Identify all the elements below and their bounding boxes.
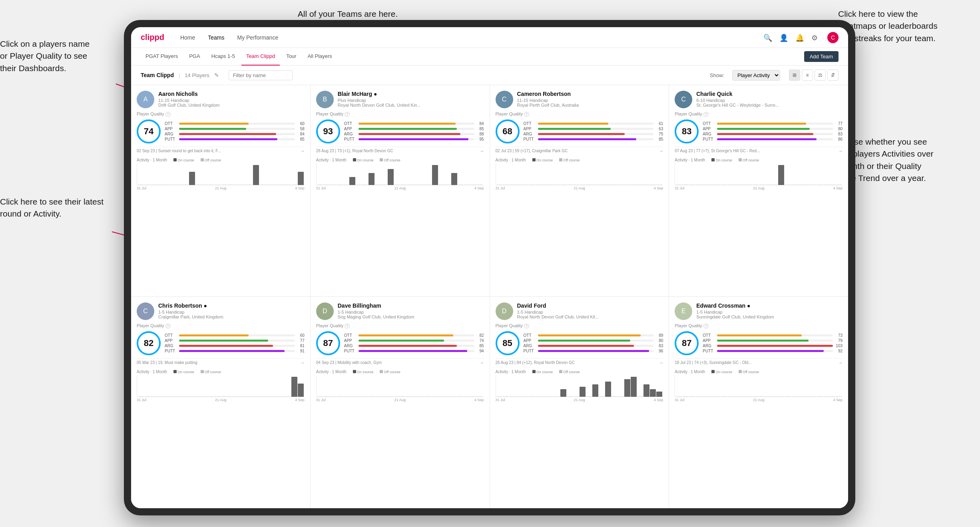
quality-circle[interactable]: 82 <box>137 331 161 355</box>
filter-button[interactable]: ⚖ <box>815 70 826 81</box>
player-card[interactable]: C Cameron Robertson 11-15 Handicap Royal… <box>490 85 669 296</box>
recent-round[interactable]: 02 Sep 23 | Sunset round to get back int… <box>137 147 305 155</box>
player-card[interactable]: D Dave Billingham 1-5 Handicap Sog Magin… <box>311 297 490 508</box>
search-icon[interactable]: 🔍 <box>763 34 771 42</box>
player-name[interactable]: Charlie Quick <box>696 91 843 97</box>
player-name[interactable]: Aaron Nicholls <box>158 91 305 97</box>
recent-round-arrow: → <box>839 149 843 153</box>
stat-arg: ARG 103 <box>703 344 843 348</box>
team-title: Team Clippd <box>141 72 174 78</box>
subnav-pga[interactable]: PGA <box>184 48 205 66</box>
annotation-teams: All of your Teams are here. <box>272 8 424 20</box>
player-name[interactable]: Cameron Robertson <box>517 91 663 97</box>
activity-section: Activity · 1 Month On course Off course … <box>496 370 663 402</box>
recent-round-text: 02 Sep 23 | Sunset round to get back int… <box>137 149 221 153</box>
quality-section: 87 OTT 73 APP 79 ARG 103 PU <box>675 331 843 355</box>
subnav-team-clippd[interactable]: Team Clippd <box>241 48 280 66</box>
subnav-pgat[interactable]: PGAT Players <box>141 48 183 66</box>
activity-label: Activity · 1 Month <box>137 158 167 162</box>
subnav-tour[interactable]: Tour <box>281 48 301 66</box>
player-club: Royal North Devon Golf Club, United Kin.… <box>338 103 484 107</box>
recent-round-text: 18 Jul 23 | 74 (+3), Sunningdale GC - Ol… <box>675 360 751 365</box>
subnav-all-players[interactable]: All Players <box>303 48 337 66</box>
quality-circle[interactable]: 87 <box>316 331 340 355</box>
list-view-button[interactable]: ≡ <box>802 70 813 81</box>
quality-bars: OTT 73 APP 79 ARG 103 PUTT 92 <box>703 333 843 353</box>
stat-app: APP 63 <box>524 127 663 131</box>
nav-teams[interactable]: Teams <box>208 34 224 41</box>
oncourse-legend: On course <box>532 158 553 162</box>
stat-app: APP 77 <box>165 338 305 343</box>
player-name[interactable]: Blair McHarg ● <box>338 91 484 97</box>
quality-circle[interactable]: 74 <box>137 119 161 143</box>
quality-circle[interactable]: 87 <box>675 331 699 355</box>
recent-round[interactable]: 07 Aug 23 | 77 (+7), St George's Hill GC… <box>675 147 843 155</box>
player-club: Sunningdale Golf Club, United Kingdom <box>696 314 843 319</box>
player-card[interactable]: E Edward Crossman ● 1-5 Handicap Sunning… <box>669 297 848 508</box>
player-avatar: C <box>496 91 513 108</box>
player-card[interactable]: C Charlie Quick 6-10 Handicap St. George… <box>669 85 848 296</box>
player-name[interactable]: Chris Robertson ● <box>158 302 305 309</box>
card-header: D Dave Billingham 1-5 Handicap Sog Magin… <box>316 302 484 320</box>
user-icon[interactable]: 👤 <box>779 34 787 42</box>
card-header: D David Ford 1-5 Handicap Royal North De… <box>496 302 663 320</box>
activity-chart <box>316 163 484 185</box>
player-info: Aaron Nicholls 11-15 Handicap Drift Golf… <box>158 91 305 107</box>
player-info: Cameron Robertson 11-15 Handicap Royal P… <box>517 91 663 107</box>
offcourse-legend: Off course <box>201 370 221 374</box>
player-card[interactable]: B Blair McHarg ● Plus Handicap Royal Nor… <box>311 85 490 296</box>
oncourse-legend: On course <box>353 370 374 374</box>
card-header: C Charlie Quick 6-10 Handicap St. George… <box>675 91 843 108</box>
player-name[interactable]: Dave Billingham <box>338 302 484 309</box>
nav-home[interactable]: Home <box>180 34 195 41</box>
quality-circle[interactable]: 68 <box>496 119 520 143</box>
player-name[interactable]: David Ford <box>517 302 663 309</box>
ipad-screen: clippd Home Teams My Performance 🔍 👤 🔔 ⚙… <box>131 27 848 508</box>
recent-round-arrow: → <box>659 149 663 153</box>
quality-circle[interactable]: 85 <box>496 331 520 355</box>
recent-round[interactable]: 02 Jul 23 | 59 (+17), Craigmillar Park G… <box>496 147 663 155</box>
recent-round[interactable]: 04 Sep 23 | Mobility with coach, Gym → <box>316 358 484 366</box>
player-club: Royal North Devon Golf Club, United Kil.… <box>517 314 663 319</box>
quality-circle[interactable]: 83 <box>675 119 699 143</box>
nav-performance[interactable]: My Performance <box>237 34 278 41</box>
recent-round-text: 04 Sep 23 | Mobility with coach, Gym <box>316 360 382 365</box>
quality-section: 93 OTT 84 APP 85 ARG 88 PUT <box>316 119 484 143</box>
player-card[interactable]: A Aaron Nicholls 11-15 Handicap Drift Go… <box>131 85 310 296</box>
chart-dates: 31 Jul 21 Aug 4 Sep <box>496 186 663 190</box>
activity-label: Activity · 1 Month <box>675 158 705 162</box>
player-name[interactable]: Edward Crossman ● <box>696 302 843 309</box>
activity-section: Activity · 1 Month On course Off course … <box>316 158 484 190</box>
stat-putt: PUTT 85 <box>524 137 663 141</box>
quality-section: 68 OTT 61 APP 63 ARG 75 PUT <box>496 119 663 143</box>
search-input[interactable] <box>229 70 293 80</box>
avatar-icon[interactable]: C <box>827 32 839 43</box>
recent-round-text: 07 Aug 23 | 77 (+7), St George's Hill GC… <box>675 149 760 153</box>
recent-round[interactable]: 05 Mar 23 | 19, Must make putting → <box>137 358 305 366</box>
edit-icon[interactable]: ✎ <box>214 72 219 78</box>
bell-icon[interactable]: 🔔 <box>795 34 803 42</box>
recent-round[interactable]: 18 Jul 23 | 74 (+3), Sunningdale GC - Ol… <box>675 358 843 366</box>
show-select[interactable]: Player Activity <box>732 70 780 81</box>
chart-dates: 31 Jul 21 Aug 4 Sep <box>316 398 484 402</box>
offcourse-legend: Off course <box>739 370 759 374</box>
player-card[interactable]: C Chris Robertson ● 1-5 Handicap Craigmi… <box>131 297 310 508</box>
quality-circle[interactable]: 93 <box>316 119 340 143</box>
player-card[interactable]: D David Ford 1-5 Handicap Royal North De… <box>490 297 669 508</box>
chart-dates: 31 Jul 21 Aug 4 Sep <box>137 398 305 402</box>
player-info: Blair McHarg ● Plus Handicap Royal North… <box>338 91 484 107</box>
subnav-hcaps[interactable]: Hcaps 1-5 <box>207 48 240 66</box>
grid-view-button[interactable]: ⊞ <box>789 70 800 81</box>
stat-app: APP 80 <box>703 127 843 131</box>
player-info: Edward Crossman ● 1-5 Handicap Sunningda… <box>696 302 843 319</box>
stat-putt: PUTT 94 <box>344 349 484 353</box>
stat-ott: OTT 82 <box>344 333 484 338</box>
offcourse-legend: Off course <box>559 158 580 162</box>
stat-app: APP 79 <box>703 338 843 343</box>
add-team-button[interactable]: Add Team <box>804 51 839 62</box>
recent-round[interactable]: 26 Aug 23 | 84 (+12), Royal North Devon … <box>496 358 663 366</box>
oncourse-legend: On course <box>173 370 194 374</box>
recent-round[interactable]: 26 Aug 23 | 73 (+1), Royal North Devon G… <box>316 147 484 155</box>
sort-button[interactable]: ⇵ <box>827 70 839 81</box>
settings-icon[interactable]: ⚙ <box>811 34 819 42</box>
